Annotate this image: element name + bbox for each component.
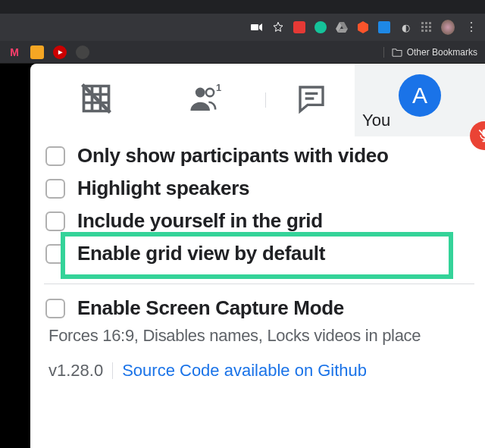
video-icon[interactable] (250, 20, 264, 34)
browser-toolbar: ◐ ⋮ (0, 14, 485, 41)
grid-view-panel: 1 A You (30, 64, 485, 448)
star-icon[interactable] (271, 20, 285, 34)
myntra-bookmark[interactable]: M (8, 45, 21, 59)
extension-blue-icon[interactable] (377, 20, 391, 34)
svg-point-10 (196, 88, 205, 98)
footer-separator (112, 362, 113, 379)
svg-rect-7 (421, 30, 424, 32)
tab-people[interactable]: 1 (150, 76, 258, 121)
tab-grid-off[interactable] (42, 76, 150, 121)
option-label: Enable grid view by default (77, 242, 325, 265)
extensions-grid-icon[interactable] (420, 20, 433, 34)
checkbox[interactable] (45, 244, 65, 264)
self-video-tile[interactable]: A You (355, 64, 485, 136)
source-code-link[interactable]: Source Code available on Github (122, 361, 367, 381)
grid-off-icon (80, 82, 113, 115)
avatar-initial: A (412, 83, 427, 108)
option-label: Enable Screen Capture Mode (77, 296, 344, 320)
option-screen-capture[interactable]: Enable Screen Capture Mode (36, 292, 482, 324)
avatar: A (399, 74, 441, 117)
other-bookmarks-label: Other Bookmarks (407, 47, 477, 58)
chat-icon (296, 83, 327, 114)
browser-menu-icon[interactable]: ⋮ (462, 21, 480, 33)
svg-rect-5 (425, 26, 427, 28)
bookmark-orange[interactable] (30, 45, 44, 59)
divider (44, 284, 474, 284)
svg-text:1: 1 (216, 83, 221, 93)
drive-icon[interactable] (335, 20, 349, 34)
svg-point-11 (206, 89, 214, 96)
tab-chat[interactable] (258, 76, 365, 121)
svg-rect-0 (251, 24, 258, 30)
tab-separator (265, 92, 266, 108)
svg-rect-6 (429, 26, 431, 28)
svg-rect-4 (421, 26, 424, 28)
bookmarks-bar: M ▶ Other Bookmarks (0, 41, 485, 64)
checkbox[interactable] (45, 179, 65, 199)
bookmark-dark[interactable] (76, 45, 89, 59)
grammarly-icon[interactable] (314, 20, 327, 34)
svg-rect-1 (421, 22, 424, 24)
svg-rect-8 (425, 30, 427, 32)
option-only-video[interactable]: Only show participants with video (36, 139, 482, 172)
folder-icon (392, 48, 402, 57)
options-list: Only show participants with video Highli… (30, 124, 485, 388)
svg-rect-2 (425, 22, 427, 24)
other-bookmarks-folder[interactable]: Other Bookmarks (383, 47, 477, 58)
checkbox[interactable] (45, 299, 65, 318)
screen-capture-description: Forces 16:9, Disables names, Locks video… (36, 324, 482, 353)
version-label: v1.28.0 (48, 361, 103, 381)
option-enable-default[interactable]: Enable grid view by default (36, 237, 482, 270)
checkbox[interactable] (45, 211, 65, 231)
youtube-bookmark[interactable]: ▶ (53, 45, 67, 59)
option-highlight-speakers[interactable]: Highlight speakers (36, 172, 482, 205)
browser-tab-strip (0, 0, 485, 14)
option-label: Only show participants with video (77, 144, 389, 168)
extension-brave-icon[interactable] (356, 20, 370, 34)
profile-avatar-icon[interactable] (441, 20, 455, 34)
checkbox[interactable] (45, 146, 65, 166)
extension-red-icon[interactable] (293, 20, 306, 34)
option-include-yourself[interactable]: Include yourself in the grid (36, 205, 482, 237)
panel-footer: v1.28.0 Source Code available on Github (36, 353, 482, 388)
people-icon: 1 (186, 83, 222, 114)
meet-viewport: 1 A You (0, 64, 485, 448)
option-label: Highlight speakers (77, 177, 249, 200)
svg-rect-9 (429, 30, 431, 32)
svg-rect-3 (429, 22, 431, 24)
option-label: Include yourself in the grid (77, 209, 323, 233)
self-tile-label: You (362, 111, 390, 130)
extension-bulb-icon[interactable]: ◐ (399, 20, 412, 34)
